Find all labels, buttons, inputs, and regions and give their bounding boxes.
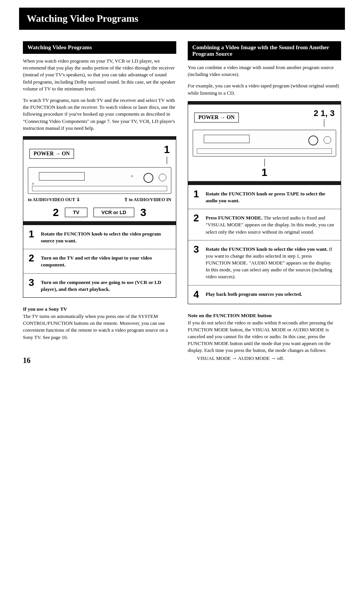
right-step-2: 2 Press FUNCTION MODE. The selected audi… — [188, 209, 341, 240]
receiver-buttons-row-icon — [32, 186, 167, 191]
left-section-title: Watching Video Programs — [27, 44, 92, 50]
right-column: Combining a Video Image with the Sound f… — [188, 41, 341, 366]
right-note-heading: Note on the FUNCTION MODE button — [188, 313, 341, 319]
left-step-3: 3 Turn on the component you are going to… — [23, 273, 176, 297]
function-knob-icon — [308, 135, 318, 145]
receiver-display-icon — [204, 135, 250, 143]
page-number: 16 — [23, 356, 176, 365]
volume-knob-icon — [324, 136, 331, 144]
receiver-display-icon — [39, 172, 85, 181]
step-bold: Turn on the TV and set the video input t… — [41, 255, 152, 268]
right-section-title: Combining a Video Image with the Sound f… — [192, 44, 329, 57]
diagram-border-bottom — [188, 181, 341, 184]
mode-sequence: VISUAL MODE → AUDIO MODE → off. — [188, 355, 341, 362]
diagram-border-top — [23, 137, 176, 140]
right-steps-box: 1 Rotate the FUNCTION knob or press TAPE… — [188, 185, 341, 304]
callout-number-2: 2 — [53, 206, 59, 219]
dot-icon — [131, 175, 133, 177]
right-diagram-callout-row: POWER → ON 2 1, 3 — [193, 108, 336, 127]
callout-number-1: 1 — [261, 166, 267, 178]
step-body: Turn on the TV and set the video input t… — [41, 253, 171, 268]
right-para-1: You can combine a video image with sound… — [188, 64, 341, 78]
step-bold: Rotate the FUNCTION knob to select the v… — [206, 246, 328, 252]
step-bold: Rotate the FUNCTION knob or press TAPE t… — [206, 191, 325, 203]
power-on-label: POWER → ON — [194, 113, 239, 123]
right-step-3: 3 Rotate the FUNCTION knob to select the… — [188, 240, 341, 285]
components-row: 2 TV VCR or LD 3 — [28, 206, 171, 219]
diagram-border-top — [188, 102, 341, 105]
right-diagram: POWER → ON 2 1, 3 1 — [188, 101, 341, 185]
conn-in-text: to AUDIO/VIDEO IN — [129, 197, 171, 202]
left-note-heading: If you use a Sony TV — [23, 306, 176, 312]
callout-numbers-top: 2 1, 3 — [314, 108, 335, 118]
step-body: Play back both program sources you selec… — [206, 289, 302, 298]
step-number: 1 — [29, 229, 36, 239]
left-para-1: When you watch video programs on your TV… — [23, 58, 176, 92]
receiver-illustration — [28, 167, 171, 194]
tv-box: TV — [65, 208, 87, 217]
power-on-label: POWER → ON — [29, 149, 74, 159]
left-column: Watching Video Programs When you watch v… — [23, 41, 176, 366]
step-body: Turn on the component you are going to u… — [41, 277, 171, 293]
left-diagram-callout-row: POWER → ON 1 — [28, 144, 171, 164]
callout-number-1: 1 — [164, 144, 170, 156]
right-note-body: If you do not select the video or audio … — [188, 319, 341, 354]
left-callout-1: 1 — [164, 144, 170, 164]
audio-video-out-label: to AUDIO/VIDEO OUT — [28, 197, 80, 203]
arrow-up-icon — [124, 197, 128, 202]
left-para-2: To watch TV programs, turn on both TV an… — [23, 97, 176, 132]
audio-video-in-label: to AUDIO/VIDEO IN — [124, 197, 171, 203]
step-bold: Play back both program sources you selec… — [206, 291, 302, 297]
conn-out-text: to AUDIO/VIDEO OUT — [28, 197, 75, 202]
left-section-title-bar: Watching Video Programs — [23, 41, 176, 54]
right-callouts-top: 2 1, 3 — [314, 108, 335, 127]
right-callout-bottom: 1 — [193, 159, 336, 179]
vcr-ld-box: VCR or LD — [93, 208, 134, 217]
step-number: 2 — [29, 253, 36, 263]
left-diagram-inner: POWER → ON 1 to AUDIO/VIDEO — [23, 140, 176, 221]
left-step-1: 1 Rotate the FUNCTION knob to select the… — [23, 225, 176, 249]
function-knob-icon — [143, 173, 153, 183]
step-body: Rotate the FUNCTION knob to select the v… — [206, 244, 335, 281]
receiver-illustration — [193, 130, 336, 156]
arrow-down-icon — [76, 197, 80, 202]
left-diagram: POWER → ON 1 to AUDIO/VIDEO — [23, 136, 176, 225]
dot-icon — [32, 183, 34, 185]
right-step-4: 4 Play back both program sources you sel… — [188, 285, 341, 304]
page-title-bar: Watching Video Programs — [19, 8, 345, 30]
diagram-border-bottom — [23, 221, 176, 224]
callout-line — [264, 159, 265, 166]
volume-knob-icon — [159, 174, 166, 181]
step-number: 3 — [29, 277, 36, 287]
right-step-1: 1 Rotate the FUNCTION knob or press TAPE… — [188, 185, 341, 209]
step-number: 3 — [193, 244, 201, 254]
callout-line — [167, 156, 167, 164]
right-para-2: For example, you can watch a video taped… — [188, 82, 341, 96]
callout-number-3: 3 — [140, 206, 147, 219]
step-body: Press FUNCTION MODE. The selected audio … — [206, 213, 335, 235]
step-number: 2 — [193, 213, 201, 223]
left-note-body: The TV turns on automatically when you p… — [23, 313, 176, 341]
step-bold: Turn on the component you are going to u… — [41, 279, 161, 292]
two-column-layout: Watching Video Programs When you watch v… — [23, 41, 341, 366]
step-body: Rotate the FUNCTION knob or press TAPE t… — [206, 189, 335, 204]
left-step-2: 2 Turn on the TV and set the video input… — [23, 249, 176, 273]
step-number: 1 — [193, 189, 201, 199]
right-section-title-bar: Combining a Video Image with the Sound f… — [188, 41, 341, 60]
step-bold: Rotate the FUNCTION knob to select the v… — [41, 231, 161, 244]
callout-line — [324, 119, 324, 127]
right-diagram-inner: POWER → ON 2 1, 3 1 — [188, 105, 341, 181]
left-steps-box: 1 Rotate the FUNCTION knob to select the… — [23, 225, 176, 298]
step-bold: Press FUNCTION MODE. — [206, 215, 263, 221]
connection-labels-row: to AUDIO/VIDEO OUT to AUDIO/VIDEO IN — [28, 197, 171, 203]
step-number: 4 — [193, 289, 201, 299]
receiver-buttons-row-icon — [197, 148, 332, 154]
page-title: Watching Video Programs — [27, 13, 139, 24]
step-body: Rotate the FUNCTION knob to select the v… — [41, 229, 171, 244]
